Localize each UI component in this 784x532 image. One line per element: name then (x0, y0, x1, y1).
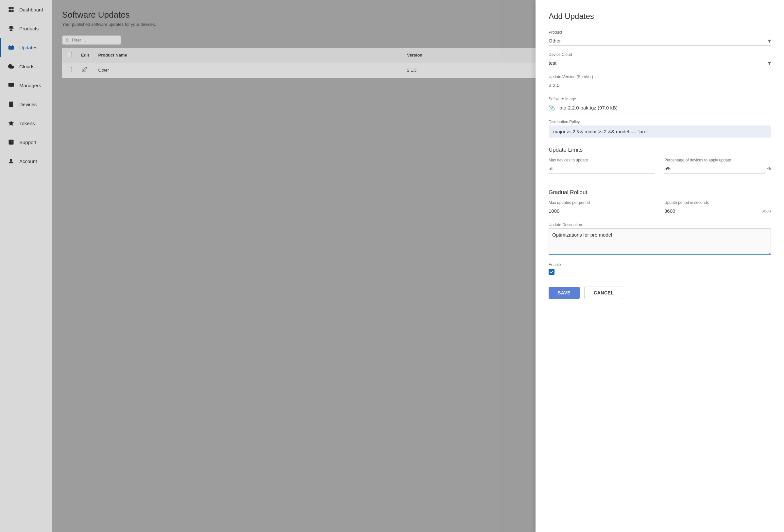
max-devices-field: Max devices to update (549, 158, 655, 174)
update-description-textarea[interactable]: Optimizations for pro model (549, 229, 771, 255)
update-limits-section: Update Limits (549, 147, 771, 153)
save-button[interactable]: SAVE (549, 287, 580, 299)
max-devices-label: Max devices to update (549, 158, 655, 162)
update-description-label: Update Description (549, 223, 771, 227)
update-limits-grid: Max devices to update Percentage of devi… (549, 158, 771, 180)
gradual-rollout-section: Gradual Rollout (549, 189, 771, 196)
max-devices-input[interactable] (549, 164, 655, 174)
product-label: Product (549, 30, 771, 35)
device-cloud-label: Device Cloud (549, 52, 771, 57)
update-version-label: Update Version (SemVer) (549, 75, 771, 79)
percentage-label: Percentage of devices to apply update (664, 158, 771, 162)
update-period-label: Update period in seconds (664, 200, 771, 205)
distribution-policy-input[interactable] (549, 125, 771, 138)
max-updates-label: Max updates per period (549, 200, 655, 205)
max-updates-input[interactable] (549, 206, 655, 216)
file-field: 📎 ioto-2.2.0-pak.tgz (97.0 kB) (549, 102, 771, 113)
distribution-policy-field: Distribution Policy (549, 120, 771, 138)
attachment-icon: 📎 (549, 105, 555, 111)
enable-field: Enable (549, 262, 771, 275)
enable-checkbox[interactable] (549, 269, 555, 275)
product-field: Product Other ▾ (549, 30, 771, 46)
max-updates-field: Max updates per period (549, 200, 655, 216)
product-select-wrap: Other ▾ (549, 36, 771, 46)
software-image-label: Software Image (549, 97, 771, 101)
update-description-field: Update Description Optimizations for pro… (549, 223, 771, 256)
percentage-field: Percentage of devices to apply update % (664, 158, 771, 174)
update-version-input[interactable] (549, 80, 771, 90)
enable-checkbox-row (549, 269, 771, 275)
cancel-button[interactable]: CANCEL (584, 287, 623, 299)
software-image-field: Software Image 📎 ioto-2.2.0-pak.tgz (97.… (549, 97, 771, 113)
panel-actions: SAVE CANCEL (549, 287, 771, 299)
device-cloud-select[interactable]: test (549, 58, 771, 68)
enable-label: Enable (549, 262, 771, 267)
panel-title: Add Updates (549, 12, 771, 21)
file-name: ioto-2.2.0-pak.tgz (97.0 kB) (558, 105, 618, 111)
gradual-rollout-grid: Max updates per period Update period in … (549, 200, 771, 223)
update-version-field: Update Version (SemVer) (549, 75, 771, 90)
percentage-input-wrap: % (664, 164, 771, 174)
product-select[interactable]: Other (549, 36, 771, 46)
update-period-input-wrap: secs (664, 206, 771, 216)
update-period-suffix: secs (761, 208, 771, 216)
device-cloud-field: Device Cloud test ▾ (549, 52, 771, 68)
distribution-policy-label: Distribution Policy (549, 120, 771, 124)
update-period-field: Update period in seconds secs (664, 200, 771, 216)
device-cloud-select-wrap: test ▾ (549, 58, 771, 68)
update-period-input[interactable] (664, 206, 759, 216)
percentage-input[interactable] (664, 164, 765, 174)
checkmark-icon (550, 270, 554, 274)
add-updates-panel: Add Updates Product Other ▾ Device Cloud… (535, 0, 784, 532)
percentage-suffix: % (767, 166, 771, 174)
